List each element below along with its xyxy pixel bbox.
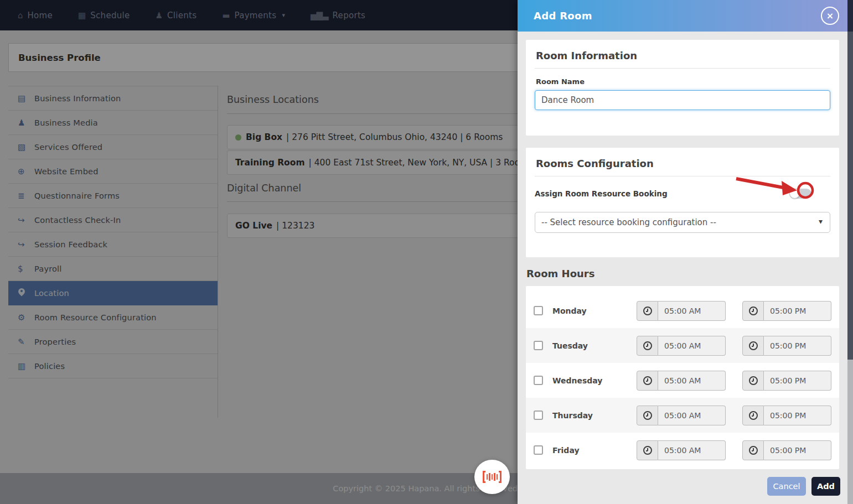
day-row-tuesday: Tuesday 05:00 AM 05:00 PM [526,328,839,363]
clock-icon[interactable] [637,406,658,425]
divider [535,68,830,69]
wednesday-end-time[interactable]: 05:00 PM [764,371,831,391]
day-label: Thursday [552,411,624,420]
day-label: Tuesday [552,341,624,350]
room-hours-title: Room Hours [526,268,594,279]
assign-room-resource-booking-label: Assign Room Resource Booking [535,189,668,198]
clock-icon[interactable] [637,301,658,321]
day-label: Monday [552,306,624,315]
day-label: Friday [552,446,624,455]
room-information-card: Room Information Room Name [526,40,839,136]
room-name-input[interactable] [535,90,830,110]
clock-icon[interactable] [742,440,764,460]
day-row-friday: Friday 05:00 AM 05:00 PM [526,433,839,467]
cancel-button[interactable]: Cancel [767,477,806,496]
modal-header: Add Room × [518,0,847,32]
resource-booking-select[interactable]: -- Select resource booking configuration… [535,212,830,233]
room-name-label: Room Name [536,77,830,86]
app-window: ⌂ Home ▦ Schedule ♟ Clients ▬ Payments ▾… [0,0,853,504]
day-row-wednesday: Wednesday 05:00 AM 05:00 PM [526,363,839,398]
clock-icon[interactable] [637,440,658,460]
divider [535,176,830,176]
scrollbar-track [847,0,853,32]
day-row-thursday: Thursday 05:00 AM 05:00 PM [526,398,839,433]
thursday-end-time[interactable]: 05:00 PM [764,406,831,425]
day-row-monday: Monday 05:00 AM 05:00 PM [526,293,839,328]
assign-room-resource-booking-toggle[interactable] [789,189,811,199]
monday-checkbox[interactable] [534,306,543,315]
chevron-down-icon: ▾ [819,217,823,226]
day-label: Wednesday [552,376,624,385]
scrollbar[interactable] [847,0,853,504]
rooms-configuration-card: Rooms Configuration Assign Room Resource… [526,148,839,257]
clock-icon[interactable] [742,371,764,391]
monday-end-time[interactable]: 05:00 PM [764,301,831,321]
friday-end-time[interactable]: 05:00 PM [764,440,831,460]
close-icon[interactable]: × [821,7,839,25]
wednesday-start-time[interactable]: 05:00 AM [658,371,726,391]
clock-icon[interactable] [742,406,764,425]
thursday-start-time[interactable]: 05:00 AM [658,406,726,425]
select-value: -- Select resource booking configuration… [541,217,716,227]
add-room-modal: Add Room × Room Information Room Name Ro… [518,0,847,504]
barcode-icon [483,471,502,483]
scrollbar-thumb[interactable] [847,32,853,360]
clock-icon[interactable] [742,336,764,356]
tuesday-start-time[interactable]: 05:00 AM [658,336,726,356]
tuesday-end-time[interactable]: 05:00 PM [764,336,831,356]
friday-start-time[interactable]: 05:00 AM [658,440,726,460]
thursday-checkbox[interactable] [534,411,543,420]
rooms-configuration-title: Rooms Configuration [536,158,830,169]
tuesday-checkbox[interactable] [534,341,543,350]
clock-icon[interactable] [742,301,764,321]
room-information-title: Room Information [536,50,830,61]
add-button[interactable]: Add [811,477,840,496]
room-hours-card: Monday 05:00 AM 05:00 PM Tuesday 05:00 A… [526,286,839,469]
monday-start-time[interactable]: 05:00 AM [658,301,726,321]
friday-checkbox[interactable] [534,445,543,455]
toggle-knob [789,188,800,199]
wednesday-checkbox[interactable] [534,376,543,385]
clock-icon[interactable] [637,336,658,356]
clock-icon[interactable] [637,371,658,391]
chat-widget-button[interactable] [474,460,510,494]
modal-title: Add Room [534,10,592,22]
